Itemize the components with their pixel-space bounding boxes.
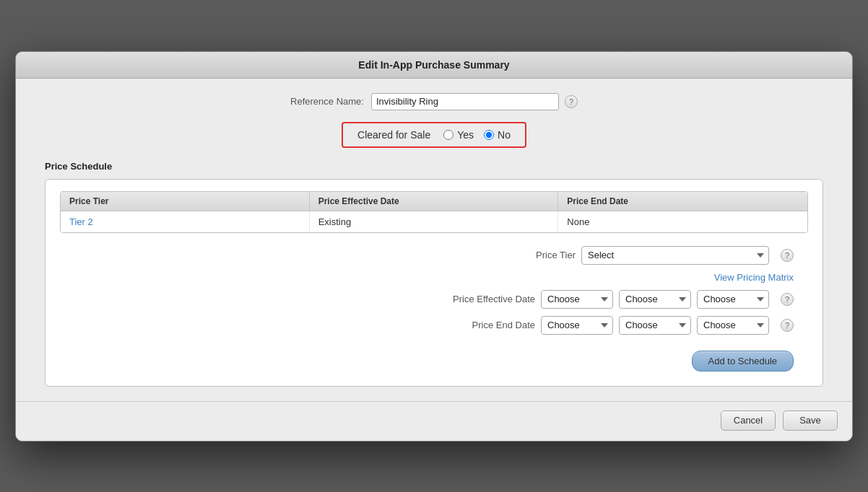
price-effective-date-select-1[interactable]: Choose bbox=[541, 290, 613, 309]
price-effective-date-select-2[interactable]: Choose bbox=[619, 290, 691, 309]
title-bar: Edit In-App Purchase Summary bbox=[16, 52, 852, 79]
col-end-date: Price End Date bbox=[558, 192, 807, 211]
price-schedule-title: Price Schedule bbox=[45, 161, 823, 172]
tier-cell[interactable]: Tier 2 bbox=[61, 211, 310, 232]
dialog: Edit In-App Purchase Summary Reference N… bbox=[15, 51, 853, 442]
price-schedule-container: Price Tier Price Effective Date Price En… bbox=[45, 179, 823, 387]
cleared-for-sale-label: Cleared for Sale bbox=[357, 129, 430, 141]
yes-radio[interactable] bbox=[443, 130, 453, 140]
price-end-date-row: Price End Date Choose Choose Choose ? bbox=[441, 316, 794, 335]
price-effective-date-select-3[interactable]: Choose bbox=[697, 290, 769, 309]
yes-label: Yes bbox=[457, 129, 474, 141]
reference-name-label: Reference Name: bbox=[290, 96, 364, 107]
view-pricing-row: View Pricing Matrix bbox=[615, 272, 794, 283]
end-date-cell: None bbox=[558, 211, 807, 232]
reference-name-help-icon[interactable]: ? bbox=[565, 95, 578, 108]
price-end-date-select-3[interactable]: Choose bbox=[697, 316, 769, 335]
price-end-date-help-icon[interactable]: ? bbox=[781, 319, 794, 332]
dialog-body: Reference Name: ? Cleared for Sale Yes N… bbox=[16, 79, 852, 401]
save-button[interactable]: Save bbox=[783, 410, 838, 431]
price-effective-date-row: Price Effective Date Choose Choose Choos… bbox=[441, 290, 794, 309]
cleared-for-sale-box: Cleared for Sale Yes No bbox=[342, 122, 526, 148]
no-label: No bbox=[498, 129, 511, 141]
col-price-tier: Price Tier bbox=[61, 192, 310, 211]
add-to-schedule-button[interactable]: Add to Schedule bbox=[692, 351, 794, 372]
price-tier-label: Price Tier bbox=[482, 250, 576, 260]
reference-name-input[interactable] bbox=[371, 93, 559, 110]
price-end-date-label: Price End Date bbox=[441, 320, 535, 330]
sub-form: Price Tier Select ? View Pricing Matrix … bbox=[60, 246, 808, 372]
cleared-radio-group: Yes No bbox=[443, 129, 511, 141]
cleared-for-sale-row: Cleared for Sale Yes No bbox=[45, 122, 823, 148]
price-tier-help-icon[interactable]: ? bbox=[781, 249, 794, 262]
price-effective-date-label: Price Effective Date bbox=[441, 294, 535, 304]
no-option[interactable]: No bbox=[484, 129, 511, 141]
reference-name-row: Reference Name: ? bbox=[45, 93, 823, 110]
price-effective-date-help-icon[interactable]: ? bbox=[781, 293, 794, 306]
table-row: Tier 2 Existing None bbox=[61, 211, 807, 232]
price-tier-row: Price Tier Select ? bbox=[482, 246, 794, 265]
col-effective-date: Price Effective Date bbox=[310, 192, 559, 211]
dialog-title: Edit In-App Purchase Summary bbox=[358, 59, 509, 71]
price-table: Price Tier Price Effective Date Price En… bbox=[60, 191, 808, 233]
table-header: Price Tier Price Effective Date Price En… bbox=[61, 192, 807, 211]
dialog-footer: Cancel Save bbox=[16, 401, 852, 441]
price-tier-select[interactable]: Select bbox=[581, 246, 769, 265]
price-end-date-select-1[interactable]: Choose bbox=[541, 316, 613, 335]
add-schedule-row: Add to Schedule bbox=[692, 346, 794, 372]
yes-option[interactable]: Yes bbox=[443, 129, 474, 141]
view-pricing-matrix-link[interactable]: View Pricing Matrix bbox=[714, 272, 794, 283]
no-radio[interactable] bbox=[484, 130, 494, 140]
cancel-button[interactable]: Cancel bbox=[721, 410, 776, 431]
price-end-date-select-2[interactable]: Choose bbox=[619, 316, 691, 335]
effective-date-cell: Existing bbox=[310, 211, 559, 232]
